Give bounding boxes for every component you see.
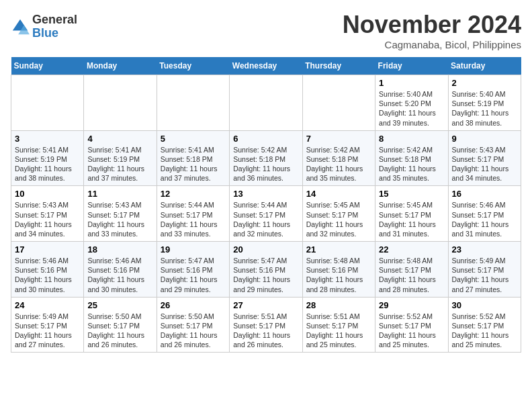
col-header-wednesday: Wednesday	[230, 57, 302, 75]
calendar-cell: 9Sunrise: 5:43 AMSunset: 5:17 PMDaylight…	[448, 130, 521, 186]
day-number: 18	[87, 244, 152, 255]
calendar-cell: 13Sunrise: 5:44 AMSunset: 5:17 PMDayligh…	[230, 186, 302, 242]
col-header-thursday: Thursday	[302, 57, 375, 75]
day-detail: Sunrise: 5:46 AMSunset: 5:17 PMDaylight:…	[452, 200, 517, 238]
day-detail: Sunrise: 5:40 AMSunset: 5:19 PMDaylight:…	[452, 89, 517, 128]
col-header-monday: Monday	[84, 57, 157, 75]
day-detail: Sunrise: 5:45 AMSunset: 5:17 PMDaylight:…	[306, 200, 371, 238]
calendar-cell: 8Sunrise: 5:42 AMSunset: 5:18 PMDaylight…	[375, 130, 448, 186]
location: Cagmanaba, Bicol, Philippines	[343, 39, 521, 50]
day-number: 10	[15, 189, 80, 199]
logo-blue: Blue	[32, 27, 77, 40]
title-area: November 2024 Cagmanaba, Bicol, Philippi…	[343, 11, 521, 50]
day-detail: Sunrise: 5:51 AMSunset: 5:17 PMDaylight:…	[233, 312, 298, 350]
day-number: 30	[452, 300, 517, 310]
day-number: 25	[87, 300, 152, 310]
day-number: 23	[452, 244, 517, 255]
day-number: 28	[306, 300, 371, 310]
calendar-cell	[302, 75, 375, 131]
day-detail: Sunrise: 5:46 AMSunset: 5:16 PMDaylight:…	[15, 256, 80, 294]
day-number: 16	[452, 189, 517, 199]
day-number: 12	[161, 189, 226, 199]
calendar-cell: 11Sunrise: 5:43 AMSunset: 5:17 PMDayligh…	[84, 186, 157, 242]
day-number: 9	[452, 134, 517, 144]
calendar-week-5: 24Sunrise: 5:49 AMSunset: 5:17 PMDayligh…	[11, 297, 521, 353]
day-detail: Sunrise: 5:47 AMSunset: 5:16 PMDaylight:…	[233, 256, 298, 294]
calendar-cell: 2Sunrise: 5:40 AMSunset: 5:19 PMDaylight…	[448, 75, 521, 131]
day-detail: Sunrise: 5:46 AMSunset: 5:16 PMDaylight:…	[87, 256, 152, 294]
calendar-week-4: 17Sunrise: 5:46 AMSunset: 5:16 PMDayligh…	[11, 242, 521, 298]
calendar-cell: 24Sunrise: 5:49 AMSunset: 5:17 PMDayligh…	[11, 297, 84, 353]
calendar-cell	[84, 75, 157, 131]
calendar-cell: 17Sunrise: 5:46 AMSunset: 5:16 PMDayligh…	[11, 242, 84, 298]
calendar-cell: 20Sunrise: 5:47 AMSunset: 5:16 PMDayligh…	[230, 242, 302, 298]
calendar-header-row: SundayMondayTuesdayWednesdayThursdayFrid…	[11, 57, 521, 75]
day-number: 26	[161, 300, 226, 310]
day-number: 13	[233, 189, 298, 199]
calendar-cell	[230, 75, 302, 131]
calendar-cell: 21Sunrise: 5:48 AMSunset: 5:16 PMDayligh…	[302, 242, 375, 298]
calendar-cell: 18Sunrise: 5:46 AMSunset: 5:16 PMDayligh…	[84, 242, 157, 298]
calendar-cell: 16Sunrise: 5:46 AMSunset: 5:17 PMDayligh…	[448, 186, 521, 242]
calendar-week-2: 3Sunrise: 5:41 AMSunset: 5:19 PMDaylight…	[11, 130, 521, 186]
logo-icon	[11, 17, 30, 36]
day-detail: Sunrise: 5:41 AMSunset: 5:19 PMDaylight:…	[87, 145, 152, 183]
day-number: 29	[379, 300, 444, 310]
col-header-tuesday: Tuesday	[157, 57, 229, 75]
calendar-cell	[157, 75, 229, 131]
calendar-cell	[11, 75, 84, 131]
calendar-cell: 10Sunrise: 5:43 AMSunset: 5:17 PMDayligh…	[11, 186, 84, 242]
calendar-cell: 4Sunrise: 5:41 AMSunset: 5:19 PMDaylight…	[84, 130, 157, 186]
day-number: 7	[306, 134, 371, 144]
day-detail: Sunrise: 5:48 AMSunset: 5:16 PMDaylight:…	[306, 256, 371, 294]
day-number: 17	[15, 244, 80, 255]
calendar-cell: 14Sunrise: 5:45 AMSunset: 5:17 PMDayligh…	[302, 186, 375, 242]
calendar-cell: 29Sunrise: 5:52 AMSunset: 5:17 PMDayligh…	[375, 297, 448, 353]
month-title: November 2024	[343, 11, 521, 39]
calendar-cell: 3Sunrise: 5:41 AMSunset: 5:19 PMDaylight…	[11, 130, 84, 186]
day-number: 2	[452, 78, 517, 88]
header: General Blue November 2024 Cagmanaba, Bi…	[11, 11, 521, 50]
calendar-cell: 1Sunrise: 5:40 AMSunset: 5:20 PMDaylight…	[375, 75, 448, 131]
day-detail: Sunrise: 5:45 AMSunset: 5:17 PMDaylight:…	[379, 200, 444, 238]
logo: General Blue	[11, 13, 77, 40]
day-number: 1	[379, 78, 444, 88]
calendar-cell: 19Sunrise: 5:47 AMSunset: 5:16 PMDayligh…	[157, 242, 229, 298]
day-detail: Sunrise: 5:42 AMSunset: 5:18 PMDaylight:…	[306, 145, 371, 183]
day-number: 3	[15, 134, 80, 144]
day-detail: Sunrise: 5:47 AMSunset: 5:16 PMDaylight:…	[161, 256, 226, 294]
col-header-saturday: Saturday	[448, 57, 521, 75]
calendar-cell: 22Sunrise: 5:48 AMSunset: 5:17 PMDayligh…	[375, 242, 448, 298]
day-detail: Sunrise: 5:48 AMSunset: 5:17 PMDaylight:…	[379, 256, 444, 294]
day-number: 20	[233, 244, 298, 255]
day-detail: Sunrise: 5:51 AMSunset: 5:17 PMDaylight:…	[306, 312, 371, 350]
calendar-week-1: 1Sunrise: 5:40 AMSunset: 5:20 PMDaylight…	[11, 75, 521, 131]
calendar-cell: 5Sunrise: 5:41 AMSunset: 5:18 PMDaylight…	[157, 130, 229, 186]
col-header-sunday: Sunday	[11, 57, 84, 75]
day-detail: Sunrise: 5:52 AMSunset: 5:17 PMDaylight:…	[379, 312, 444, 350]
day-detail: Sunrise: 5:50 AMSunset: 5:17 PMDaylight:…	[161, 312, 226, 350]
calendar-week-3: 10Sunrise: 5:43 AMSunset: 5:17 PMDayligh…	[11, 186, 521, 242]
calendar-cell: 28Sunrise: 5:51 AMSunset: 5:17 PMDayligh…	[302, 297, 375, 353]
day-number: 21	[306, 244, 371, 255]
day-detail: Sunrise: 5:43 AMSunset: 5:17 PMDaylight:…	[87, 200, 152, 238]
day-number: 5	[161, 134, 226, 144]
calendar-table: SundayMondayTuesdayWednesdayThursdayFrid…	[11, 57, 521, 353]
calendar-cell: 23Sunrise: 5:49 AMSunset: 5:17 PMDayligh…	[448, 242, 521, 298]
day-detail: Sunrise: 5:43 AMSunset: 5:17 PMDaylight:…	[15, 200, 80, 238]
calendar-cell: 7Sunrise: 5:42 AMSunset: 5:18 PMDaylight…	[302, 130, 375, 186]
day-number: 24	[15, 300, 80, 310]
day-detail: Sunrise: 5:49 AMSunset: 5:17 PMDaylight:…	[452, 256, 517, 294]
day-number: 6	[233, 134, 298, 144]
day-number: 15	[379, 189, 444, 199]
calendar-cell: 26Sunrise: 5:50 AMSunset: 5:17 PMDayligh…	[157, 297, 229, 353]
day-detail: Sunrise: 5:50 AMSunset: 5:17 PMDaylight:…	[87, 312, 152, 350]
day-number: 27	[233, 300, 298, 310]
day-detail: Sunrise: 5:42 AMSunset: 5:18 PMDaylight:…	[379, 145, 444, 183]
col-header-friday: Friday	[375, 57, 448, 75]
day-detail: Sunrise: 5:42 AMSunset: 5:18 PMDaylight:…	[233, 145, 298, 183]
day-number: 19	[161, 244, 226, 255]
day-detail: Sunrise: 5:41 AMSunset: 5:19 PMDaylight:…	[15, 145, 80, 183]
day-detail: Sunrise: 5:40 AMSunset: 5:20 PMDaylight:…	[379, 89, 444, 128]
calendar-cell: 12Sunrise: 5:44 AMSunset: 5:17 PMDayligh…	[157, 186, 229, 242]
